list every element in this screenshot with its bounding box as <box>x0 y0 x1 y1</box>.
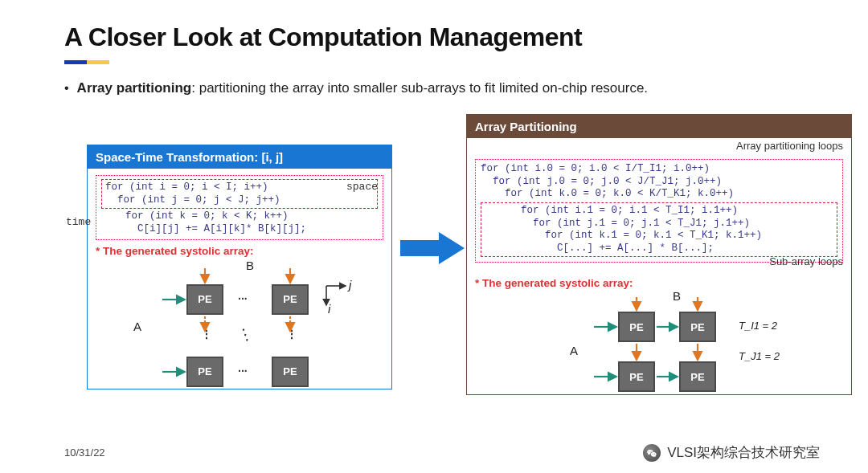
code-right: for (int i.0 = 0; i.0 < I/T_I1; i.0++) f… <box>475 159 843 263</box>
code-left-l2: for (int j = 0; j < J; j++) <box>105 194 374 207</box>
footer-brand-text: VLSI架构综合技术研究室 <box>667 443 820 462</box>
axis-j: j <box>349 278 351 292</box>
code-right-l6: for (int k.1 = 0; k.1 < T_K1; k.1++) <box>485 230 833 243</box>
pe-grid-right: A B PE PE PE PE T_I1 = 2 T_J1 = 2 <box>523 294 796 400</box>
bullet-term: Array partitioning <box>77 80 192 96</box>
code-left-l3: for (int k = 0; k < K; k++) <box>101 210 378 223</box>
bullet-rest: : partitioning the array into smaller su… <box>191 80 648 96</box>
svg-marker-8 <box>400 232 465 264</box>
code-right-l3: for (int k.0 = 0; k.0 < K/T_K1; k.0++) <box>481 188 837 201</box>
code-right-l4: for (int i.1 = 0; i.1 < T_I1; i.1++) <box>485 205 833 218</box>
footer-brand: VLSI架构综合技术研究室 <box>643 443 820 462</box>
annot-space: space <box>346 181 378 194</box>
transition-arrow <box>400 230 465 266</box>
panel-space-time: Space-Time Transformation: [i, j] space … <box>87 145 392 389</box>
title-underline <box>64 60 109 64</box>
axis-i: i <box>328 302 330 316</box>
pe-grid-left: A B PE PE PE PE ··· ··· ⋮ ⋮ ⋱ <box>119 262 360 397</box>
code-left-l1: for (int i = 0; i < I; i++) <box>105 181 374 194</box>
code-right-l7: C[...] += A[...] * B[...]; <box>485 243 833 255</box>
gen-label-left: * The generated systolic array: <box>96 245 383 257</box>
arrows-right <box>523 294 796 400</box>
panel-brown-header: Array Partitioning <box>467 115 851 138</box>
bullet-dot: • <box>64 82 69 95</box>
code-left: space for (int i = 0; i < I; i++) for (i… <box>96 175 383 240</box>
code-right-l5: for (int j.1 = 0; j.1 < T_J1; j.1++) <box>485 218 833 230</box>
subarray-label: Sub-array loops <box>769 255 843 267</box>
slide-title: A Closer Look at Computation Management <box>64 22 820 52</box>
annot-time: time <box>66 216 91 229</box>
gen-label-right: * The generated systolic array: <box>475 277 843 289</box>
arrows-left <box>119 262 360 397</box>
panel-blue-header: Space-Time Transformation: [i, j] <box>88 145 391 169</box>
code-left-l4: C[i][j] += A[i][k]* B[k][j]; <box>101 223 378 236</box>
footer-date: 10/31/22 <box>64 446 105 459</box>
wechat-icon <box>643 444 661 462</box>
code-right-l2: for (int j.0 = 0; j.0 < J/T_J1; j.0++) <box>481 176 837 189</box>
code-right-l1: for (int i.0 = 0; i.0 < I/T_I1; i.0++) <box>481 163 837 176</box>
panel-array-partitioning: Array Partitioning Array partitioning lo… <box>466 114 852 395</box>
loops-label: Array partitioning loops <box>736 140 843 152</box>
bullet-text: • Array partitioning: partitioning the a… <box>64 80 820 96</box>
